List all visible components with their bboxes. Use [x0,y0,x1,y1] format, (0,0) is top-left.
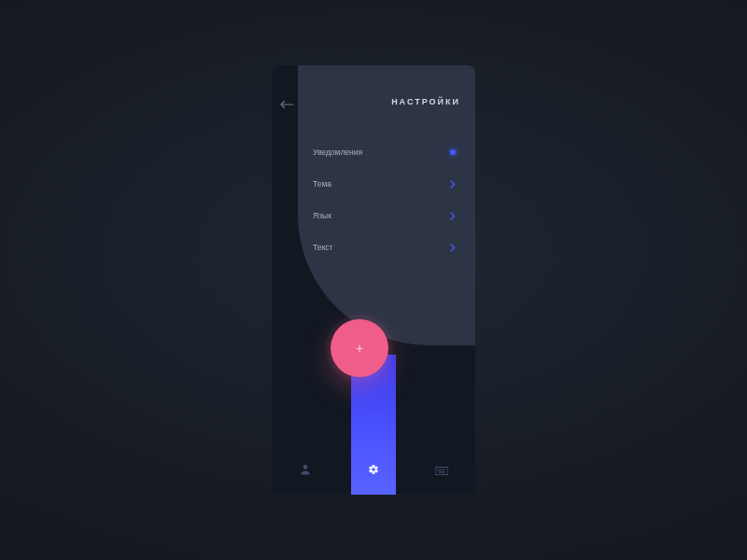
person-icon [300,462,311,479]
chevron-right-icon [445,244,460,252]
gear-icon [368,462,379,479]
plus-icon: + [356,342,363,355]
svg-rect-1 [435,468,448,475]
svg-rect-6 [438,471,444,472]
phone-frame: НАСТРОЙКИ Уведомления Тема Язык Текст + [272,65,475,495]
settings-row-label: Уведомления [313,147,362,157]
keyboard-icon [435,462,448,479]
back-button[interactable] [275,93,298,116]
svg-point-0 [303,465,308,469]
svg-rect-2 [437,469,438,470]
settings-row-label: Тема [313,179,331,189]
chevron-right-icon [445,212,460,220]
settings-row-theme[interactable]: Тема [298,168,475,200]
arrow-left-icon [279,96,294,113]
settings-row-label: Текст [313,243,332,252]
settings-row-notifications[interactable]: Уведомления [298,136,475,168]
settings-row-text[interactable]: Текст [298,231,475,263]
svg-rect-5 [444,469,444,470]
settings-row-language[interactable]: Язык [298,200,475,231]
nav-item-keyboard[interactable] [419,448,464,493]
nav-item-settings[interactable] [351,448,396,493]
chevron-right-icon [445,180,460,189]
bottom-nav [272,446,475,495]
svg-rect-3 [439,469,440,470]
nav-item-profile[interactable] [283,448,328,493]
svg-rect-4 [442,469,443,470]
settings-row-label: Язык [313,211,331,220]
status-dot-icon [445,149,460,155]
page-title: НАСТРОЙКИ [391,97,460,106]
add-button[interactable]: + [331,319,388,377]
settings-list: Уведомления Тема Язык Текст [298,136,475,263]
